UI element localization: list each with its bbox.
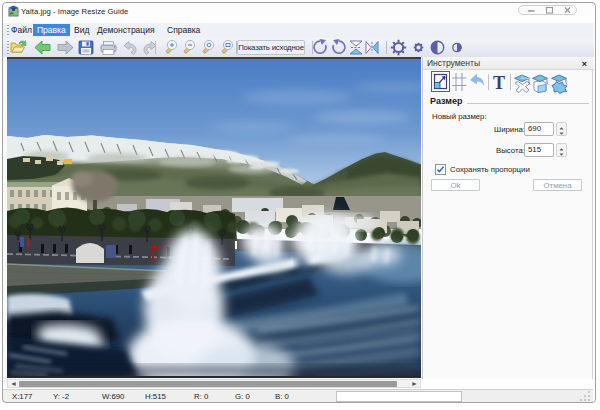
svg-text:T: T xyxy=(493,73,505,93)
